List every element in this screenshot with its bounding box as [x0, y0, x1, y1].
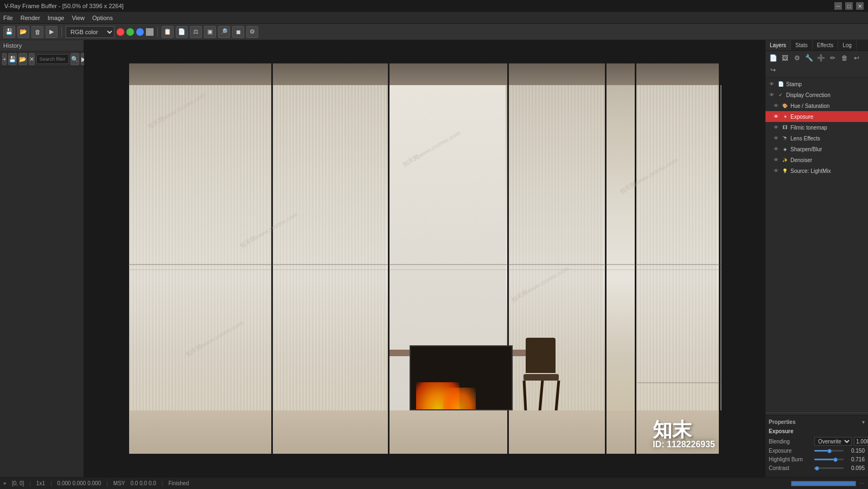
maximize-button[interactable]: □: [845, 2, 853, 10]
clear-button[interactable]: 🗑: [31, 26, 43, 38]
rt-redo-btn[interactable]: ↪: [768, 65, 778, 75]
layers-list: 👁 📄 Stamp 👁 ✓ Display Correction 👁 🎨 Hue…: [765, 78, 868, 410]
status-values: 0.0 0.0 0.0: [131, 480, 156, 486]
blending-select[interactable]: Overwrite: [814, 437, 852, 446]
menu-file[interactable]: File: [3, 15, 13, 21]
stop-button[interactable]: ⏹: [232, 26, 244, 38]
rt-add-btn[interactable]: ➕: [815, 53, 826, 63]
id-overlay: 知末 ID: 1128226935: [653, 420, 715, 449]
menu-image[interactable]: Image: [48, 15, 65, 21]
search-input[interactable]: [36, 54, 69, 64]
eye-exposure[interactable]: 👁: [772, 113, 780, 120]
channel-select[interactable]: RGB color Alpha Diffuse: [66, 26, 114, 38]
rt-gear-btn[interactable]: ⚙: [792, 53, 802, 63]
toolbar-separator-2: [157, 27, 158, 37]
menu-options[interactable]: Options: [92, 15, 113, 21]
eye-hue-saturation[interactable]: 👁: [772, 102, 780, 110]
main-area: History + 💾 📂 ✕ 🔍 ▶: [0, 40, 868, 477]
blending-amount[interactable]: [854, 437, 868, 446]
layer-lens-effects-label: Lens Effects: [790, 136, 866, 141]
frame-4: [605, 63, 607, 454]
layer-stamp[interactable]: 👁 📄 Stamp: [765, 79, 868, 89]
eye-denoiser[interactable]: 👁: [772, 156, 780, 164]
highlight-burn-slider-row: Highlight Burn 0.716: [769, 456, 865, 462]
history-delete-button[interactable]: ✕: [29, 53, 35, 65]
layer-source-lightmix[interactable]: 👁 💡 Source: LightMix: [765, 165, 868, 176]
menu-render[interactable]: Render: [21, 15, 40, 21]
open-button[interactable]: 📂: [17, 26, 29, 38]
alpha-channel-dot[interactable]: [146, 28, 154, 36]
eye-sharpen-blur[interactable]: 👁: [772, 145, 780, 153]
toolbar-separator-1: [61, 27, 62, 37]
layer-lens-effects[interactable]: 👁 🔭 Lens Effects: [765, 133, 868, 144]
eye-display-correction[interactable]: 👁: [768, 91, 775, 99]
layer-hue-saturation[interactable]: 👁 🎨 Hue / Saturation: [765, 100, 868, 111]
tab-stats[interactable]: Stats: [791, 40, 813, 50]
tab-log[interactable]: Log: [838, 40, 857, 50]
glass-panel-2: [273, 85, 386, 410]
hline-3: [637, 382, 722, 383]
rt-img-btn[interactable]: 🖼: [780, 53, 790, 63]
cn-logo-text: 知末: [653, 420, 715, 440]
status-state: Finished: [168, 480, 189, 486]
render-button[interactable]: ▶: [46, 26, 58, 38]
properties-collapse[interactable]: ▾: [862, 419, 865, 425]
layer-exposure[interactable]: 👁 ☀ Exposure: [765, 111, 868, 122]
status-expand-btn[interactable]: ⋯: [859, 480, 865, 486]
eye-filmic-tonemap[interactable]: 👁: [772, 124, 780, 131]
tab-effects[interactable]: Effects: [813, 40, 838, 50]
exposure-slider-thumb[interactable]: [827, 449, 832, 453]
eye-lens-effects[interactable]: 👁: [772, 134, 780, 142]
rt-delete-btn[interactable]: 🗑: [839, 53, 850, 63]
rt-new-btn[interactable]: 📄: [768, 53, 778, 63]
eye-stamp[interactable]: 👁: [768, 80, 775, 88]
exposure-slider-track[interactable]: [814, 450, 844, 452]
history-save-button[interactable]: 💾: [8, 53, 17, 65]
rt-tool-btn[interactable]: 🔧: [803, 53, 814, 63]
history-new-button[interactable]: +: [2, 53, 7, 65]
layer-source-lightmix-label: Source: LightMix: [790, 168, 866, 174]
green-channel-dot[interactable]: [126, 28, 134, 36]
highlight-burn-slider-thumb[interactable]: [833, 458, 838, 462]
lens-button[interactable]: 🔎: [218, 26, 230, 38]
copy-button[interactable]: 📋: [162, 26, 174, 38]
contrast-slider-thumb[interactable]: [815, 466, 819, 471]
layer-denoiser[interactable]: 👁 ✨ Denoiser: [765, 155, 868, 165]
highlight-burn-slider-track[interactable]: [814, 459, 844, 460]
red-channel-dot[interactable]: [117, 28, 124, 36]
status-bar: ⌖ [0, 0] | 1x1 | 0.000 0.000 0.000 | MSY…: [0, 477, 868, 489]
icon-lens-effects: 🔭: [781, 134, 789, 142]
chair-leg-2: [539, 381, 544, 410]
render-area[interactable]: 知末网www.znzmo.com 知末网www.znzmo.com 知末网www…: [84, 40, 765, 477]
settings-button[interactable]: ⚙: [246, 26, 258, 38]
tab-layers[interactable]: Layers: [765, 40, 791, 50]
layer-display-correction[interactable]: 👁 ✓ Display Correction: [765, 89, 868, 100]
blue-channel-dot[interactable]: [136, 28, 144, 36]
progress-bar: [791, 481, 856, 486]
menu-view[interactable]: View: [72, 15, 85, 21]
rt-undo-btn[interactable]: ↩: [851, 53, 862, 63]
search-button[interactable]: 🔍: [71, 53, 79, 65]
history-content: [0, 67, 84, 477]
icon-denoiser: ✨: [781, 156, 789, 164]
status-render-size: 1x1: [36, 480, 45, 486]
close-button[interactable]: ✕: [856, 2, 864, 10]
properties-header: Properties ▾: [769, 419, 865, 425]
paste-button[interactable]: 📄: [176, 26, 188, 38]
rt-edit-btn[interactable]: ✏: [827, 53, 838, 63]
title-bar: V-Ray Frame Buffer - [50.0% of 3396 x 22…: [0, 0, 868, 12]
highlight-burn-slider-fill: [814, 459, 835, 460]
status-coords-label: ⌖: [3, 480, 7, 487]
layer-filmic-tonemap[interactable]: 👁 🎞 Filmic tonemap: [765, 122, 868, 133]
chair-seat: [524, 374, 559, 381]
compare-button[interactable]: ⚖: [190, 26, 202, 38]
region-button[interactable]: ▣: [204, 26, 216, 38]
minimize-button[interactable]: ─: [834, 2, 842, 10]
eye-source-lightmix[interactable]: 👁: [772, 167, 780, 175]
layer-sharpen-blur[interactable]: 👁 ◈ Sharpen/Blur: [765, 144, 868, 155]
history-load-button[interactable]: 📂: [18, 53, 27, 65]
status-right: ⋯: [791, 480, 865, 486]
contrast-slider-track[interactable]: [814, 467, 844, 469]
highlight-burn-slider-value: 0.716: [846, 456, 865, 462]
save-button[interactable]: 💾: [3, 26, 15, 38]
